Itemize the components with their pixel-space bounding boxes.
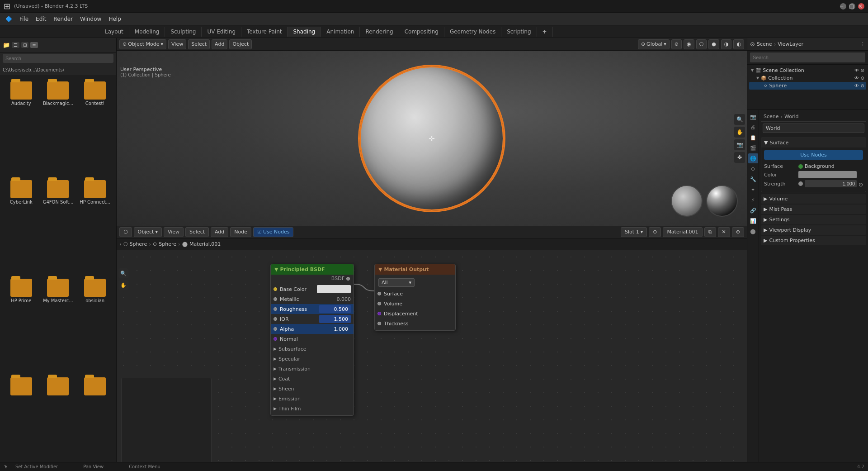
surface-section-header[interactable]: ▼ Surface <box>761 138 866 147</box>
outliner-sphere[interactable]: ⚪ Sphere 👁 ⊙ <box>749 82 866 90</box>
props-options-icon[interactable]: ⋮ <box>860 41 865 47</box>
tab-modeling[interactable]: Modeling <box>129 27 165 37</box>
tab-scripting[interactable]: Scripting <box>501 27 537 37</box>
volume-section[interactable]: ▶ Volume <box>761 194 866 204</box>
color-swatch[interactable] <box>798 171 857 178</box>
ne-view-button[interactable]: View <box>164 227 184 237</box>
alpha-value-bar[interactable]: 1.000 <box>319 325 351 333</box>
monitor-icon[interactable]: ⊙ <box>861 83 864 88</box>
output-properties-icon[interactable]: 🖨 <box>748 122 758 132</box>
tab-rendering[interactable]: Rendering <box>360 27 399 37</box>
breadcrumb-scene[interactable]: Scene <box>764 114 779 119</box>
breadcrumb-mesh[interactable]: ⬡ <box>123 241 128 247</box>
color-expand[interactable] <box>859 172 863 177</box>
hand-tool[interactable]: ✋ <box>734 127 745 138</box>
list-item[interactable]: CyberLink <box>4 178 39 275</box>
ior-value-bar[interactable]: 1.500 <box>319 315 351 323</box>
monitor-icon[interactable]: ⊙ <box>861 68 864 73</box>
tab-texture-paint[interactable]: Texture Paint <box>241 27 288 37</box>
view-layer-icon[interactable]: 📋 <box>748 133 758 143</box>
thin-film-collapse[interactable]: ▶ Thin Film <box>271 404 354 414</box>
alpha-socket[interactable] <box>274 327 277 331</box>
ne-material-options[interactable]: ⊕ <box>732 227 744 237</box>
monitor-icon[interactable]: ⊙ <box>861 76 864 81</box>
transform-button[interactable]: ⊕ Global ▾ <box>638 39 670 49</box>
list-item[interactable] <box>77 376 113 467</box>
menu-edit[interactable]: Edit <box>32 15 50 23</box>
metallic-socket[interactable] <box>274 297 277 301</box>
breadcrumb-world[interactable]: World <box>784 114 799 119</box>
breadcrumb-sphere-obj[interactable]: Sphere <box>159 241 176 247</box>
ne-slot-button[interactable]: Slot 1 ▾ <box>621 227 647 237</box>
tab-layout[interactable]: Layout <box>99 27 129 37</box>
menu-window[interactable]: Window <box>76 15 105 23</box>
ne-use-nodes-button[interactable]: ☑ Use Nodes <box>253 227 293 237</box>
solid-button[interactable]: ● <box>708 39 719 49</box>
node-pan-tool[interactable]: ✋ <box>118 280 128 290</box>
move-tool[interactable]: ✤ <box>734 152 745 163</box>
list-item[interactable]: Contest! <box>77 80 113 176</box>
specular-collapse[interactable]: ▶ Specular <box>271 354 354 364</box>
object-properties-icon[interactable]: ⊙ <box>748 164 758 174</box>
list-item[interactable] <box>41 376 76 467</box>
principled-bsdf-node[interactable]: ▼ Principled BSDF BSDF Base Color <box>270 264 354 416</box>
list-item[interactable]: obsidian <box>77 277 113 374</box>
menu-file[interactable]: File <box>16 15 32 23</box>
viewport-content[interactable]: User Perspective (1) Collection | Sphere… <box>117 51 747 226</box>
thickness-socket[interactable] <box>377 322 381 325</box>
minimize-button[interactable]: ─ <box>840 3 846 10</box>
output-dropdown[interactable]: All ▾ <box>378 278 415 287</box>
mist-pass-section[interactable]: ▶ Mist Pass <box>761 205 866 214</box>
add-menu-button[interactable]: Add <box>212 39 227 49</box>
rendered-button[interactable]: ◐ <box>733 39 744 49</box>
grid-view-toggle[interactable]: ⊞ <box>21 42 28 48</box>
tab-uv-editing[interactable]: UV Editing <box>202 27 241 37</box>
menu-render[interactable]: Render <box>50 15 76 23</box>
list-item[interactable]: HP Prime <box>4 277 39 374</box>
surface-dot[interactable] <box>798 164 803 169</box>
list-view-toggle[interactable]: ≡ <box>30 42 38 48</box>
material-output-node[interactable]: ▼ Material Output All ▾ <box>374 264 456 331</box>
tab-sculpting[interactable]: Sculpting <box>165 27 202 37</box>
outliner-scene-collection[interactable]: ▼ 🎬 Scene Collection 👁 ⊙ <box>749 67 866 74</box>
ne-object-button[interactable]: Object ▾ <box>134 227 162 237</box>
eye-icon[interactable]: 👁 <box>854 76 859 81</box>
list-item[interactable]: Audacity <box>4 80 39 176</box>
scene-properties-icon[interactable]: 🎬 <box>748 143 758 153</box>
view-menu-button[interactable]: View <box>168 39 186 49</box>
ne-add-button[interactable]: Add <box>211 227 228 237</box>
material-preview-matte[interactable] <box>671 185 703 217</box>
outliner-collection[interactable]: ▼ 📦 Collection 👁 ⊙ <box>749 74 866 82</box>
sheen-collapse[interactable]: ▶ Sheen <box>271 384 354 394</box>
material-preview-button[interactable]: ◑ <box>721 39 732 49</box>
render-properties-icon[interactable]: 📷 <box>748 112 758 122</box>
ne-node-button[interactable]: Node <box>230 227 251 237</box>
emission-collapse[interactable]: ▶ Emission <box>271 394 354 404</box>
proportional-edit-button[interactable]: ◉ <box>684 39 694 49</box>
tab-shading[interactable]: Shading <box>288 27 321 37</box>
use-nodes-button[interactable]: Use Nodes <box>764 150 863 160</box>
viewport-display-section[interactable]: ▶ Viewport Display <box>761 225 866 235</box>
physics-icon[interactable]: ⚡ <box>748 195 758 205</box>
surface-input-socket[interactable] <box>377 292 381 295</box>
subsurface-collapse[interactable]: ▶ Subsurface <box>271 344 354 354</box>
list-item[interactable]: Blackmagic... <box>41 80 76 176</box>
custom-properties-section[interactable]: ▶ Custom Properties <box>761 236 866 245</box>
list-item[interactable] <box>4 376 39 467</box>
ne-copy-material[interactable]: ⧉ <box>704 227 716 237</box>
strength-dot[interactable] <box>798 181 803 186</box>
bsdf-output-dot[interactable] <box>346 277 350 281</box>
search-tool[interactable]: 🔍 <box>734 114 745 125</box>
collapse-icon[interactable]: ▼ <box>274 266 278 272</box>
ne-remove-material[interactable]: ✕ <box>718 227 730 237</box>
breadcrumb-material[interactable]: Material.001 <box>189 241 221 247</box>
list-item[interactable]: My Masterc... <box>41 277 76 374</box>
props-search-input[interactable] <box>750 52 865 62</box>
eye-icon[interactable]: 👁 <box>854 83 859 88</box>
strength-expand[interactable]: ⊙ <box>859 181 863 186</box>
material-preview-shiny[interactable] <box>706 185 738 217</box>
roughness-value-bar[interactable]: 0.500 <box>319 305 351 313</box>
collapse-icon[interactable]: ▼ <box>378 266 382 272</box>
world-name[interactable]: World <box>763 124 864 133</box>
file-search-input[interactable] <box>3 54 113 63</box>
